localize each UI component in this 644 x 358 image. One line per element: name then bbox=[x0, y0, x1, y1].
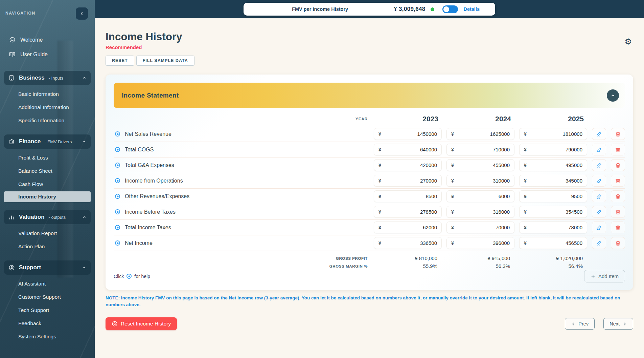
sidebar-sections: Business - Inputs Basic InformationAddit… bbox=[4, 71, 91, 347]
chevron-up-icon bbox=[82, 215, 87, 219]
collapse-section-button[interactable] bbox=[607, 89, 619, 102]
sidebar-section-header[interactable]: Business - Inputs bbox=[4, 71, 91, 85]
sidebar-item-system-settings[interactable]: System Settings bbox=[4, 331, 91, 343]
sidebar-item-specific-information[interactable]: Specific Information bbox=[4, 114, 91, 127]
chevron-left-icon bbox=[79, 11, 84, 16]
value-input-2025[interactable]: ¥790000 bbox=[519, 144, 587, 155]
value-input-2023[interactable]: ¥420000 bbox=[374, 159, 442, 171]
next-button[interactable]: Next bbox=[603, 318, 633, 330]
year-2025: 2025 bbox=[519, 115, 587, 123]
edit-row-button[interactable] bbox=[592, 128, 606, 140]
sidebar-item-tech-support[interactable]: Tech Support bbox=[4, 304, 91, 316]
row-help-icon[interactable] bbox=[115, 194, 120, 199]
delete-row-button[interactable] bbox=[611, 159, 625, 171]
gross-profit-row: GROSS PROFIT ¥ 810,000 ¥ 915,000 ¥ 1,020… bbox=[114, 254, 625, 262]
row-help-icon[interactable] bbox=[115, 240, 120, 246]
edit-row-button[interactable] bbox=[592, 175, 606, 187]
sidebar-item-income-history[interactable]: Income History bbox=[4, 191, 91, 202]
row-help-icon[interactable] bbox=[115, 147, 120, 152]
sidebar-item-additional-information[interactable]: Additional Information bbox=[4, 101, 91, 113]
value-input-2024[interactable]: ¥455000 bbox=[446, 159, 514, 171]
value-input-2024[interactable]: ¥310000 bbox=[446, 175, 514, 187]
delete-row-button[interactable] bbox=[611, 175, 625, 187]
fill-sample-data-button[interactable]: FILL SAMPLE DATA bbox=[136, 56, 194, 66]
delete-row-button[interactable] bbox=[611, 222, 625, 233]
income-statement-title: Income Statement bbox=[122, 92, 179, 99]
sidebar-item-ai-assistant[interactable]: AI Assistant bbox=[4, 278, 91, 290]
sidebar-item-balance-sheet[interactable]: Balance Sheet bbox=[4, 165, 91, 177]
row-label: Total Income Taxes bbox=[125, 225, 171, 231]
value-input-2025[interactable]: ¥9500 bbox=[519, 190, 587, 202]
value-input-2025[interactable]: ¥495000 bbox=[519, 159, 587, 171]
value-input-2024[interactable]: ¥710000 bbox=[446, 144, 514, 155]
edit-row-button[interactable] bbox=[592, 237, 606, 249]
sidebar-item-feedback[interactable]: Feedback bbox=[4, 317, 91, 330]
bank-icon bbox=[8, 139, 15, 145]
currency-symbol: ¥ bbox=[451, 163, 454, 168]
edit-row-button[interactable] bbox=[592, 159, 606, 171]
row-help-icon[interactable] bbox=[115, 163, 120, 168]
sidebar-item-user-guide[interactable]: User Guide bbox=[4, 47, 91, 62]
currency-symbol: ¥ bbox=[524, 209, 527, 215]
delete-row-button[interactable] bbox=[611, 128, 625, 140]
edit-row-button[interactable] bbox=[592, 222, 606, 233]
value-input-2025[interactable]: ¥456500 bbox=[519, 237, 587, 249]
app-window: NAVIGATION Welcome User Guide Business -… bbox=[0, 0, 644, 358]
value-input-2024[interactable]: ¥1625000 bbox=[446, 128, 514, 140]
smiley-icon bbox=[9, 37, 16, 43]
edit-row-button[interactable] bbox=[592, 206, 606, 218]
value-input-2024[interactable]: ¥70000 bbox=[446, 222, 514, 233]
sidebar-section: Finance - FMV Drivers Profit & LossBalan… bbox=[4, 134, 91, 207]
gross-margin-row: GROSS MARGIN % 55.9% 56.3% 56.4% bbox=[114, 262, 625, 270]
currency-symbol: ¥ bbox=[378, 131, 381, 137]
value-input-2024[interactable]: ¥6000 bbox=[446, 190, 514, 202]
sidebar-item-label: Welcome bbox=[20, 37, 43, 43]
delete-row-button[interactable] bbox=[611, 206, 625, 218]
value-input-2023[interactable]: ¥1450000 bbox=[374, 128, 442, 140]
footer-actions: Reset Income History Prev Next bbox=[106, 317, 633, 330]
delete-row-button[interactable] bbox=[611, 237, 625, 249]
row-help-icon[interactable] bbox=[115, 225, 120, 230]
sidebar-item-action-plan[interactable]: Action Plan bbox=[4, 240, 91, 253]
sidebar-item-welcome[interactable]: Welcome bbox=[4, 33, 91, 47]
value-input-2024[interactable]: ¥396000 bbox=[446, 237, 514, 249]
value-input-2025[interactable]: ¥354500 bbox=[519, 206, 587, 218]
value-input-2023[interactable]: ¥62000 bbox=[374, 222, 442, 233]
gear-icon[interactable]: ⚙ bbox=[624, 38, 632, 46]
value-input-2025[interactable]: ¥78000 bbox=[519, 222, 587, 233]
delete-row-button[interactable] bbox=[611, 144, 625, 155]
sidebar-item-valuation-report[interactable]: Valuation Report bbox=[4, 227, 91, 239]
prev-button[interactable]: Prev bbox=[565, 318, 595, 330]
edit-row-button[interactable] bbox=[592, 144, 606, 155]
value-input-2023[interactable]: ¥278500 bbox=[374, 206, 442, 218]
sidebar-section-header[interactable]: Support bbox=[4, 260, 91, 275]
gross-profit-2024: ¥ 915,000 bbox=[446, 255, 514, 261]
sidebar-section-header[interactable]: Finance - FMV Drivers bbox=[4, 134, 91, 149]
sidebar-item-cash-flow[interactable]: Cash Flow bbox=[4, 178, 91, 190]
sidebar-collapse-button[interactable] bbox=[76, 7, 88, 20]
value-input-2023[interactable]: ¥8500 bbox=[374, 190, 442, 202]
value-text: 62000 bbox=[423, 225, 437, 230]
row-help-icon[interactable] bbox=[115, 131, 120, 136]
reset-button[interactable]: RESET bbox=[106, 56, 134, 66]
reset-income-history-button[interactable]: Reset Income History bbox=[106, 317, 177, 330]
delete-row-button[interactable] bbox=[611, 190, 625, 202]
row-help-icon[interactable] bbox=[115, 178, 120, 183]
value-input-2025[interactable]: ¥1810000 bbox=[519, 128, 587, 140]
value-text: 336500 bbox=[420, 240, 437, 246]
value-input-2025[interactable]: ¥345000 bbox=[519, 175, 587, 187]
value-input-2023[interactable]: ¥270000 bbox=[374, 175, 442, 187]
row-help-icon[interactable] bbox=[115, 209, 120, 214]
edit-row-button[interactable] bbox=[592, 190, 606, 202]
sidebar-item-customer-support[interactable]: Customer Support bbox=[4, 291, 91, 303]
section-label: Business bbox=[19, 75, 45, 81]
sidebar-item-profit-loss[interactable]: Profit & Loss bbox=[4, 152, 91, 164]
sidebar-section-header[interactable]: Valuation - outputs bbox=[4, 210, 91, 224]
value-input-2023[interactable]: ¥640000 bbox=[374, 144, 442, 155]
value-input-2024[interactable]: ¥316000 bbox=[446, 206, 514, 218]
sidebar-item-basic-information[interactable]: Basic Information bbox=[4, 88, 91, 100]
value-input-2023[interactable]: ¥336500 bbox=[374, 237, 442, 249]
add-item-button[interactable]: Add Item bbox=[584, 270, 625, 282]
details-toggle[interactable] bbox=[442, 5, 458, 13]
trash-icon bbox=[615, 147, 621, 153]
